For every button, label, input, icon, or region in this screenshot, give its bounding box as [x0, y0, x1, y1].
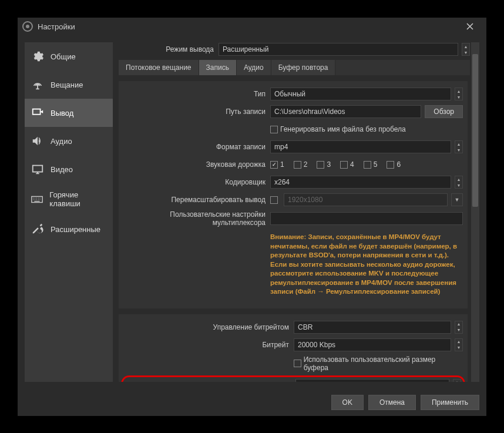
encoder-select[interactable]: x264: [270, 176, 451, 189]
gen-filename-check[interactable]: Генерировать имя файла без пробела: [270, 125, 406, 133]
rescale-field: 1920x1080: [284, 193, 448, 206]
rate-control-arrows[interactable]: ▲▼: [455, 321, 463, 334]
dialog-body: Общие Вещание Вывод Аудио Видео Горячие …: [18, 35, 486, 389]
checkbox-icon: [317, 161, 324, 169]
checkbox-icon: [364, 161, 371, 169]
video-icon: [31, 162, 45, 176]
close-button[interactable]: [458, 18, 482, 35]
checkbox-icon: [294, 161, 301, 169]
checkbox-icon: [387, 161, 394, 169]
format-select[interactable]: mp4: [270, 140, 451, 153]
tab-streaming[interactable]: Потоковое вещание: [119, 60, 199, 75]
checkbox-icon: [294, 360, 301, 367]
track-4-check[interactable]: 4: [340, 160, 354, 169]
tab-recording[interactable]: Запись: [199, 60, 237, 75]
scrollbar-thumb[interactable]: [472, 54, 478, 207]
keyboard-icon: [31, 192, 43, 206]
keyframe-field[interactable]: 2: [295, 379, 449, 382]
sidebar-item-general[interactable]: Общие: [25, 42, 113, 71]
track-3-check[interactable]: 3: [317, 160, 331, 169]
type-select[interactable]: Обычный: [270, 88, 451, 100]
sidebar-item-label: Вывод: [51, 109, 73, 118]
ok-button[interactable]: OK: [331, 395, 364, 410]
keyframe-highlight: Интервал ключевых кадров (сек, 0=авто) 2…: [121, 375, 465, 382]
sidebar-item-label: Аудио: [51, 137, 72, 146]
checkbox-icon: [270, 161, 278, 169]
sidebar-item-label: Горячие клавиши: [49, 190, 107, 208]
browse-button[interactable]: Обзор: [425, 105, 463, 118]
bitrate-label: Битрейт: [123, 341, 294, 349]
muxer-label: Пользовательские настройки мультиплексор…: [123, 210, 270, 227]
output-mode-select[interactable]: Расширенный: [219, 43, 458, 56]
checkbox-icon: [340, 161, 348, 169]
audio-icon: [31, 134, 45, 148]
rescale-dropdown[interactable]: ▼: [451, 193, 463, 206]
rescale-label: Перемасштабировать вывод: [123, 196, 270, 204]
bitrate-field[interactable]: 20000 Kbps: [294, 338, 451, 351]
svg-rect-2: [33, 166, 43, 172]
dialog-footer: OK Отмена Применить: [18, 389, 486, 416]
tools-icon: [31, 222, 45, 236]
track-2-check[interactable]: 2: [294, 160, 308, 169]
output-mode-label: Режим вывода: [119, 45, 219, 53]
sidebar-item-hotkeys[interactable]: Горячие клавиши: [25, 183, 113, 215]
track-1-check[interactable]: 1: [270, 160, 284, 169]
tab-replay-buffer[interactable]: Буфер повтора: [271, 60, 336, 75]
sidebar-item-label: Расширенные: [51, 225, 100, 234]
encoder-section: Управление битрейтом CBR ▲▼ Битрейт 2000…: [119, 314, 468, 382]
tracks-label: Звуковая дорожка: [123, 160, 270, 169]
rescale-checkbox[interactable]: [270, 196, 278, 204]
checkbox-icon: [270, 126, 278, 133]
sidebar-item-label: Общие: [51, 52, 76, 61]
output-tabs: Потоковое вещание Запись Аудио Буфер пов…: [119, 60, 470, 75]
sidebar-item-audio[interactable]: Аудио: [25, 127, 113, 155]
sidebar-item-label: Видео: [51, 165, 73, 174]
mp4-warning: Внимание: Записи, сохранённые в MP4/MOV …: [270, 230, 463, 299]
muxer-field[interactable]: [270, 212, 463, 225]
bitrate-spinner[interactable]: ▲▼: [455, 338, 463, 351]
type-arrows[interactable]: ▲▼: [455, 88, 463, 100]
sidebar: Общие Вещание Вывод Аудио Видео Горячие …: [25, 42, 113, 382]
encoder-arrows[interactable]: ▲▼: [455, 176, 463, 189]
rate-control-label: Управление битрейтом: [123, 323, 294, 331]
sidebar-item-label: Вещание: [51, 80, 83, 89]
keyframe-label: Интервал ключевых кадров (сек, 0=авто): [125, 381, 295, 382]
encoder-label: Кодировщик: [123, 178, 270, 186]
format-arrows[interactable]: ▲▼: [455, 140, 463, 153]
gear-icon: [31, 49, 45, 63]
apply-button[interactable]: Применить: [421, 395, 479, 410]
broadcast-icon: [31, 78, 45, 92]
output-mode-arrows[interactable]: ▲▼: [462, 43, 470, 56]
track-5-check[interactable]: 5: [364, 160, 378, 169]
format-label: Формат записи: [123, 143, 270, 151]
rate-control-select[interactable]: CBR: [294, 321, 451, 334]
sidebar-item-advanced[interactable]: Расширенные: [25, 215, 113, 243]
svg-point-0: [37, 85, 39, 86]
type-label: Тип: [123, 90, 270, 98]
settings-window: Настройки Общие Вещание Вывод Аудио: [18, 18, 486, 416]
sidebar-item-video[interactable]: Видео: [25, 155, 113, 183]
titlebar: Настройки: [18, 18, 486, 35]
path-label: Путь записи: [123, 108, 270, 116]
track-6-check[interactable]: 6: [387, 160, 401, 169]
output-icon: [31, 106, 45, 120]
svg-rect-1: [33, 109, 41, 115]
sidebar-item-output[interactable]: Вывод: [25, 99, 113, 127]
path-field[interactable]: C:\Users\ohrau\Videos: [270, 105, 421, 118]
cancel-button[interactable]: Отмена: [368, 395, 416, 410]
app-icon: [22, 21, 33, 32]
keyframe-spinner[interactable]: ▲▼: [453, 379, 461, 382]
custom-buffer-check[interactable]: Использовать пользовательский размер буф…: [294, 355, 457, 372]
content-area: Режим вывода Расширенный ▲▼ Потоковое ве…: [119, 42, 470, 382]
sidebar-item-stream[interactable]: Вещание: [25, 71, 113, 99]
tracks-group: 1 2 3 4 5 6: [270, 160, 463, 169]
window-title: Настройки: [38, 22, 75, 31]
close-icon: [466, 23, 473, 30]
recording-section: Тип Обычный ▲▼ Путь записи C:\Users\ohra…: [119, 81, 468, 308]
scrollbar[interactable]: [471, 42, 479, 382]
tab-audio[interactable]: Аудио: [237, 60, 271, 75]
